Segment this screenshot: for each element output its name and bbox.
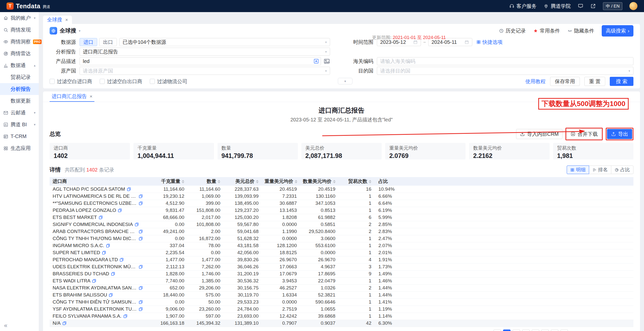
search-button[interactable]: 搜 索	[610, 77, 633, 86]
table-row[interactable]: SIGNIFY COMMERCIAL INDONESIA 0.00 101,80…	[50, 221, 633, 228]
company-detail-icon[interactable]	[99, 215, 103, 219]
filter-checkbox[interactable]: 过滤空白进口商	[50, 78, 92, 85]
table-row[interactable]: CÔNG TY TNHH ĐIÊN TỬ SAMSUNG HCMC CE COM…	[50, 299, 633, 306]
sidebar-item-data-update[interactable]: 数据更新	[0, 95, 39, 107]
company-detail-icon[interactable]	[118, 208, 122, 212]
col-quantity[interactable]: 数量	[187, 177, 223, 186]
sidebar-item-eco-apps[interactable]: 生态应用	[0, 142, 39, 154]
tendata-logo[interactable]: T Tendata 腾道	[7, 3, 50, 10]
product-desc-input[interactable]	[80, 57, 321, 65]
hide-conditions-button[interactable]: 隐藏条件	[567, 27, 594, 34]
sort-icon[interactable]	[256, 180, 259, 183]
export-button[interactable]: 导出	[607, 129, 632, 139]
table-row[interactable]: NASA ELEKTRIK AYDINLATMA SANAYI VE TICAR…	[50, 284, 633, 291]
chat-icon[interactable]	[578, 3, 583, 9]
company-detail-icon[interactable]	[139, 237, 143, 241]
sidebar-item-datapass[interactable]: 数据通 ▴	[0, 59, 39, 71]
company-detail-icon[interactable]	[123, 314, 127, 318]
company-detail-icon[interactable]	[139, 300, 143, 304]
history-button[interactable]: 历史记录	[499, 27, 526, 34]
company-detail-icon[interactable]	[139, 286, 143, 290]
table-row[interactable]: BRASSERIES DU TCHAD 1,828.00 1,746.00 31…	[50, 270, 633, 277]
sidebar-item-discovery[interactable]: 商情发现	[0, 24, 39, 36]
col-usd-per-weight[interactable]: 重量美元均价	[262, 177, 300, 186]
sort-icon[interactable]	[182, 180, 184, 183]
import-toggle[interactable]: 进口	[80, 38, 97, 46]
table-row[interactable]: ETS BEST MARKET 68,666.00 2,017.00 125,0…	[50, 214, 633, 221]
col-trade-count[interactable]: 贸易次数	[338, 177, 374, 186]
report-type-select[interactable]: 进口商汇总报告 ▾	[80, 48, 330, 56]
company-detail-icon[interactable]	[139, 229, 143, 234]
table-row[interactable]: PETROCHAD MANGARA LTD 1,477.00 1,477.00 …	[50, 256, 633, 263]
merge-download-button[interactable]: 合并下载	[567, 129, 601, 139]
page-button[interactable]: 3	[522, 329, 530, 331]
company-detail-icon[interactable]	[62, 321, 66, 325]
quick-options-link[interactable]: 快捷选项	[476, 39, 503, 46]
page-button[interactable]: 1	[503, 329, 511, 331]
image-search-icon[interactable]	[324, 58, 330, 64]
table-row[interactable]: UDES ELEKTRIK ELEKTRONIK MÜHENDISLIK SAN…	[50, 263, 633, 270]
col-weight-kg[interactable]: 千克重量	[149, 177, 187, 186]
sidebar-item-insight[interactable]: 商情洞察 PRO	[0, 36, 39, 48]
customer-service-link[interactable]: 客户服务	[509, 3, 536, 10]
sort-icon[interactable]	[295, 180, 297, 183]
page-button[interactable]: 5	[541, 329, 549, 331]
tutorial-link[interactable]: 使用教程	[525, 78, 546, 85]
advanced-search-button[interactable]: 高级搜索 ›	[602, 25, 633, 37]
view-ratio-button[interactable]: 占比	[611, 166, 633, 174]
company-detail-icon[interactable]	[139, 201, 143, 205]
sort-icon[interactable]	[369, 180, 371, 183]
sidebar-item-radar[interactable]: 商情雷达	[0, 48, 39, 59]
datasource-select[interactable]: 已选中104个数据源 ▾	[119, 38, 330, 46]
origin-country-select[interactable]: 请选择原产国 ▾	[80, 67, 330, 75]
avatar[interactable]	[629, 2, 637, 10]
tab-global-search[interactable]: 全球搜 ×	[43, 16, 72, 24]
company-detail-icon[interactable]	[92, 279, 96, 283]
dest-country-select[interactable]: 请选择目的国 ▾	[377, 67, 633, 75]
table-row[interactable]: ETS WADI LITRA 7,740.00 1,385.00 30,536.…	[50, 277, 633, 284]
company-detail-icon[interactable]	[139, 194, 143, 198]
view-detail-button[interactable]: 明细	[567, 166, 589, 174]
sidebar-item-cloud-mail[interactable]: 云邮通 ▾	[0, 107, 39, 119]
company-detail-icon[interactable]	[127, 187, 131, 191]
collapse-panel-button[interactable]: ▾	[338, 78, 352, 84]
company-detail-icon[interactable]	[102, 251, 106, 255]
table-row[interactable]: HTV LATINOAMERICA S DE RL DE CV 19,230.1…	[50, 193, 633, 200]
reset-button[interactable]: 重 置	[584, 77, 605, 86]
sidebar-item-tendata-bi[interactable]: 腾道 BI ▾	[0, 119, 39, 130]
table-row[interactable]: CÔNG TY TNHH THƯƠNG MAI DỊCH VỤ ĐIÊN MAN…	[50, 235, 633, 242]
checkbox-icon[interactable]	[100, 79, 105, 84]
sort-icon[interactable]	[333, 180, 336, 183]
table-row[interactable]: **"SAMSUNG ELECTRONICS UZBEKISTAN"** mas…	[50, 200, 633, 207]
table-row[interactable]: ETS BRAHIM SALISSOU 18,440.00 575.00 30,…	[50, 291, 633, 299]
language-toggle[interactable]: 中 / EN	[603, 2, 622, 10]
sidebar-item-trade-records[interactable]: 贸易记录	[0, 71, 39, 83]
academy-link[interactable]: 腾道学院	[544, 3, 571, 10]
page-button[interactable]: 2	[513, 329, 520, 331]
import-crm-button[interactable]: 导入内部CRM	[516, 129, 562, 139]
export-toggle[interactable]: 出口	[99, 38, 117, 46]
col-usd-per-qty[interactable]: 数量美元均价	[300, 177, 338, 186]
sort-icon[interactable]	[218, 180, 220, 183]
translate-icon[interactable]	[313, 58, 319, 64]
company-detail-icon[interactable]	[120, 258, 124, 262]
filter-checkbox[interactable]: 过滤空白出口商	[100, 78, 142, 85]
external-link-icon[interactable]	[590, 3, 596, 9]
company-detail-icon[interactable]	[135, 222, 139, 226]
table-row[interactable]: SUPER NET LIMITED 2,235.54 0.00 42,056.0…	[50, 249, 633, 256]
sidebar-item-my-account[interactable]: 我的账户 ▾	[0, 12, 39, 24]
table-row[interactable]: ARAB CONTRACTORS BRANCHE DU TCHAD 49,241…	[50, 228, 633, 235]
close-tab-icon[interactable]: ×	[65, 17, 68, 23]
next-page-button[interactable]: ›	[560, 329, 568, 331]
company-detail-icon[interactable]	[139, 307, 143, 311]
favorites-button[interactable]: 常用条件	[533, 27, 560, 34]
scope-selector[interactable]: 全球搜 ▾	[50, 27, 81, 35]
company-detail-icon[interactable]	[111, 272, 115, 276]
filter-checkbox[interactable]: 过滤物流公司	[150, 78, 187, 85]
tab-importer-summary-report[interactable]: 进口商汇总报告 ×	[50, 91, 94, 102]
col-usd-total[interactable]: 美元总价	[223, 177, 262, 186]
checkbox-icon[interactable]	[150, 79, 155, 84]
checkbox-icon[interactable]	[50, 79, 55, 84]
table-row[interactable]: AGL TCHAD P/C SOGEA SATOM 11,164.60 11,1…	[50, 186, 633, 193]
table-row[interactable]: N/A 166,163.18 145,394.32 131,389.10 0.7…	[50, 320, 633, 327]
